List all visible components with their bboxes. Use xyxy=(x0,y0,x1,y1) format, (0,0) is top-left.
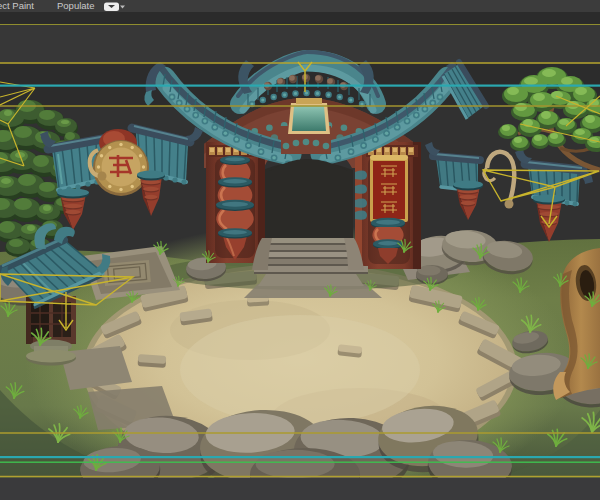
svg-text:ect Paint: ect Paint xyxy=(0,0,34,11)
svg-text:Populate: Populate xyxy=(57,0,95,11)
